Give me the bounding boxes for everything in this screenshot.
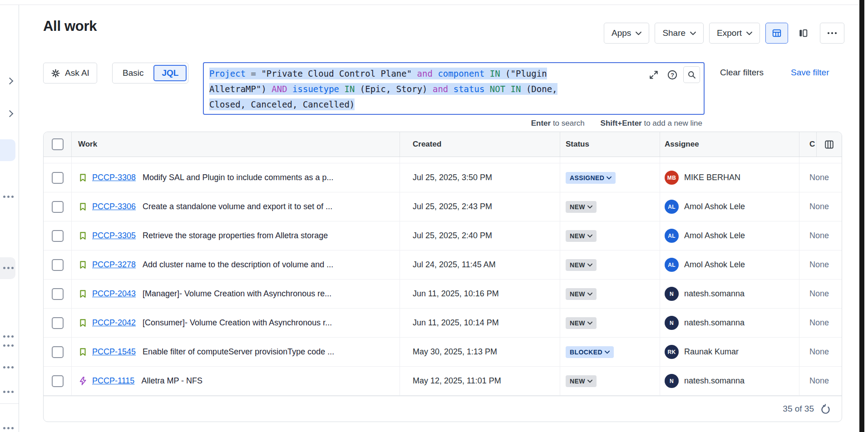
row-checkbox[interactable] [52,317,64,329]
column-header-assignee[interactable]: Assignee [660,132,799,157]
more-actions-button[interactable] [820,23,844,44]
export-button[interactable]: Export [709,23,760,44]
sidebar-fragment-chevron[interactable] [6,110,14,118]
chevron-down-icon [605,350,610,354]
category-cell: None [799,163,842,192]
issue-key-link[interactable]: PCCP-2042 [92,318,136,328]
issue-summary: [Consumer]- Volume Creation with Asynchr… [140,318,332,328]
column-header-created[interactable]: Created [400,132,560,157]
row-checkbox[interactable] [52,346,64,358]
sidebar-fragment-chevron[interactable] [6,78,14,85]
row-checkbox[interactable] [52,172,64,184]
ask-ai-button[interactable]: Ask AI [43,63,97,83]
chevron-down-icon [587,234,592,238]
issue-key-link[interactable]: PCCP-3305 [92,231,136,241]
issue-summary: Create a standalone volume and export it… [140,202,332,211]
svg-text:?: ? [671,72,674,78]
issue-summary: Alletra MP - NFS [139,376,202,386]
status-label: NEW [570,290,585,298]
detail-view-button[interactable] [792,23,814,44]
columns-settings-button[interactable] [816,132,842,157]
status-label: NEW [570,378,585,385]
status-badge[interactable]: NEW [566,201,597,213]
table-row[interactable]: PCCP-3305 Retrieve the storage propertie… [44,221,842,250]
category-cell: None [799,338,842,366]
query-mode-switcher: Basic JQL [112,63,188,83]
issue-key-link[interactable]: PCCP-1545 [92,347,136,357]
table-row[interactable]: PCCP-1545 Enable filter of computeServer… [44,338,842,367]
ellipsis-icon [827,32,837,34]
chevron-down-icon [636,31,641,35]
sidebar-fragment-dots [3,366,5,368]
hint-shift: Shift+Enter to add a new line [601,119,702,128]
sidebar-fragment-dots [3,344,5,347]
sidebar-fragment-block-gray[interactable] [0,257,15,279]
assignee-name: Raunak Kumar [684,347,739,357]
hint-shift-key: Shift+Enter [601,119,642,128]
story-icon [78,231,88,241]
table-view-button[interactable] [765,23,788,44]
ai-sparkle-icon [51,69,60,78]
select-all-checkbox[interactable] [52,138,64,150]
ask-ai-label: Ask AI [65,68,89,78]
jql-mode-tab[interactable]: JQL [153,65,187,81]
sidebar-fragment-rule [0,403,19,404]
status-badge[interactable]: ASSIGNED [566,172,616,184]
basic-mode-tab[interactable]: Basic [113,68,153,78]
issue-key-link[interactable]: PCCP-3308 [92,173,136,182]
created-cell: Jun 11, 2025, 10:14 PM [400,309,560,337]
expand-editor-button[interactable] [646,67,661,83]
share-button[interactable]: Share [655,23,704,44]
table-row[interactable]: PCCP-3278 Add cluster name to the descri… [44,250,842,280]
issue-summary: Modify SAL and Plugin to include comment… [140,173,334,182]
table-row[interactable]: PCCP-3308 Modify SAL and Plugin to inclu… [44,163,842,192]
status-badge[interactable]: NEW [566,259,597,271]
jql-lines: Project = "Private Cloud Control Plane" … [209,66,637,112]
status-badge[interactable]: NEW [566,288,597,300]
issue-summary: Retrieve the storage properties from All… [140,231,328,241]
assignee-name: natesh.somanna [684,376,745,386]
export-button-label: Export [717,28,742,38]
syntax-help-button[interactable]: ? [665,67,680,83]
column-header-status[interactable]: Status [560,132,660,157]
left-sidebar [0,5,19,432]
sidebar-fragment-dots [3,427,5,429]
search-button[interactable] [683,66,700,83]
avatar: MB [665,171,679,185]
table-row[interactable]: PCCP-3306 Create a standalone volume and… [44,192,842,221]
row-checkbox[interactable] [52,288,64,300]
table-row[interactable]: PCCP-1115 Alletra MP - NFS May 12, 2025,… [44,367,842,396]
share-button-label: Share [662,28,686,38]
status-badge[interactable]: NEW [566,375,597,387]
jql-input[interactable]: Project = "Private Cloud Control Plane" … [203,62,705,115]
created-cell: Jul 25, 2025, 2:43 PM [400,192,560,221]
issue-key-link[interactable]: PCCP-1115 [92,376,134,386]
table-footer: 35 of 35 [44,396,842,422]
clear-filters-button[interactable]: Clear filters [717,67,766,78]
refresh-button[interactable] [820,404,831,414]
table-row[interactable]: PCCP-2042 [Consumer]- Volume Creation wi… [44,309,842,338]
chevron-down-icon [607,176,612,180]
avatar: AL [665,200,679,214]
table-row[interactable]: PCCP-2043 [Manager]- Volume Creation wit… [44,280,842,309]
status-badge[interactable]: NEW [566,317,597,329]
story-icon [78,202,88,211]
row-checkbox[interactable] [52,259,64,271]
issue-key-link[interactable]: PCCP-2043 [92,289,136,299]
status-label: NEW [570,232,585,240]
hint-shift-text: to add a new line [644,119,702,128]
issue-key-link[interactable]: PCCP-3278 [92,260,136,270]
save-filter-button[interactable]: Save filter [788,67,832,78]
status-badge[interactable]: BLOCKED [566,346,614,358]
issue-key-link[interactable]: PCCP-3306 [92,202,136,211]
column-header-work[interactable]: Work [72,132,400,157]
row-checkbox[interactable] [52,201,64,213]
row-checkbox[interactable] [52,230,64,242]
apps-button[interactable]: Apps [604,23,649,44]
avatar: N [665,316,679,330]
row-checkbox[interactable] [52,375,64,387]
sidebar-fragment-block-blue[interactable] [0,139,15,161]
category-cell: None [799,280,842,308]
chevron-down-icon [587,379,592,383]
status-badge[interactable]: NEW [566,230,597,242]
